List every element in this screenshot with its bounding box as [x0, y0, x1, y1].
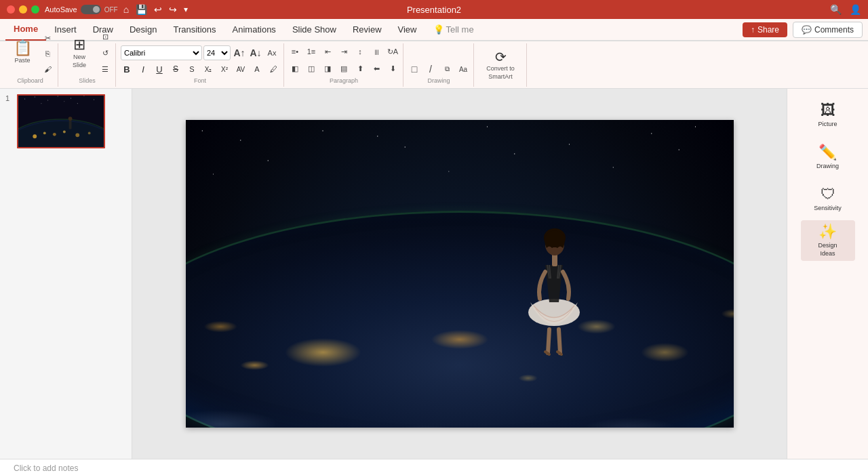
arrange-button[interactable]: ⧉: [439, 62, 454, 77]
svg-point-8: [41, 103, 41, 104]
svg-point-17: [75, 133, 79, 137]
drawing-panel-button[interactable]: ✏️ Drawing: [801, 136, 855, 177]
clear-format-button[interactable]: Ax: [264, 45, 279, 60]
align-right-button[interactable]: ◨: [320, 61, 335, 76]
tab-review[interactable]: Review: [344, 19, 390, 41]
design-ideas-panel-button[interactable]: ✨ DesignIdeas: [801, 220, 855, 261]
font-family-select[interactable]: Calibri: [121, 45, 202, 60]
align-bottom-button[interactable]: ⬇: [385, 61, 400, 76]
paste-button[interactable]: 📋 Paste: [5, 35, 39, 70]
underline-button[interactable]: U: [152, 62, 167, 76]
traffic-lights: [7, 5, 39, 14]
slide-thumbnail-1[interactable]: [17, 94, 105, 148]
svg-point-7: [94, 99, 94, 100]
new-slide-button[interactable]: ⊞ New Slide: [62, 35, 97, 70]
indent-more-button[interactable]: ⇥: [336, 44, 351, 59]
tab-view[interactable]: View: [390, 19, 425, 41]
right-panel: 🖼 Picture ✏️ Drawing 🛡 Sensitivity ✨ Des…: [787, 89, 868, 459]
autosave-state: OFF: [104, 6, 118, 14]
paste-group: 📋 Paste ✂ ⎘ 🖌 Clipboard: [3, 43, 58, 87]
shape-button[interactable]: □: [407, 62, 422, 77]
decrease-font-button[interactable]: A↓: [248, 45, 263, 60]
font-color-button[interactable]: A: [250, 62, 264, 76]
svg-point-13: [33, 134, 37, 138]
ribbon: Home Insert Draw Design Transitions Anim…: [0, 19, 868, 41]
numbering-button[interactable]: 1≡: [304, 44, 319, 59]
char-spacing-button[interactable]: AV: [233, 62, 248, 76]
main-area: 1: [0, 89, 868, 459]
sensitivity-panel-icon: 🛡: [821, 186, 835, 203]
tab-tell-me[interactable]: 💡 Tell me: [425, 19, 482, 41]
strikethrough-button[interactable]: S: [168, 62, 183, 76]
figure: [524, 224, 585, 360]
autosave-area: AutoSave OFF: [45, 5, 118, 14]
tab-transitions[interactable]: Transitions: [165, 19, 224, 41]
cut-button[interactable]: ✂: [40, 30, 55, 45]
layout-button[interactable]: ⊡: [98, 29, 113, 44]
ribbon-toolbar: 📋 Paste ✂ ⎘ 🖌 Clipboard ⊞ New Slide: [0, 41, 868, 89]
svg-point-21: [68, 117, 73, 121]
minimize-button[interactable]: [19, 5, 27, 14]
bold-button[interactable]: B: [119, 62, 134, 76]
shadow-button[interactable]: S: [184, 62, 199, 76]
search-icon[interactable]: 🔍: [830, 4, 842, 15]
subscript-button[interactable]: X₂: [201, 62, 216, 76]
drawing-group-label: Drawing: [427, 77, 450, 84]
italic-button[interactable]: I: [136, 62, 151, 76]
reset-button[interactable]: ↺: [98, 45, 113, 60]
tab-design[interactable]: Design: [121, 19, 165, 41]
drawing-panel-icon: ✏️: [818, 144, 837, 161]
smartart-icon: ⟳: [495, 50, 507, 64]
highlight-button[interactable]: 🖊: [266, 62, 281, 76]
account-icon[interactable]: 👤: [850, 4, 861, 15]
title-bar: AutoSave OFF ⌂ 💾 ↩ ↪ ▾ Presentation2 🔍 👤: [0, 0, 868, 19]
svg-point-16: [63, 131, 66, 133]
font-size-select[interactable]: 24: [203, 45, 231, 60]
slides-group-label: Slides: [79, 77, 96, 84]
format-painter-button[interactable]: 🖌: [40, 62, 55, 77]
redo-icon[interactable]: ↪: [169, 4, 177, 15]
sensitivity-panel-button[interactable]: 🛡 Sensitivity: [801, 178, 855, 219]
slide-panel: 1: [0, 89, 132, 459]
line-spacing-button[interactable]: ↕: [353, 44, 368, 59]
copy-button[interactable]: ⎘: [40, 46, 55, 61]
comments-button[interactable]: 💬 Comments: [793, 22, 863, 38]
indent-less-button[interactable]: ⇤: [320, 44, 335, 59]
quickstyles-button[interactable]: Aa: [456, 62, 471, 77]
superscript-button[interactable]: X²: [217, 62, 232, 76]
svg-point-9: [64, 101, 64, 102]
share-button[interactable]: ↑ Share: [743, 22, 787, 37]
svg-point-2: [35, 97, 35, 98]
align-center-button[interactable]: ◫: [304, 61, 319, 76]
justify-button[interactable]: ▤: [336, 61, 351, 76]
title-bar-right: 🔍 👤: [830, 4, 861, 15]
align-left-button[interactable]: ◧: [288, 61, 302, 76]
autosave-toggle[interactable]: [81, 5, 101, 14]
earth-curve: [186, 211, 734, 428]
save-icon[interactable]: 💾: [136, 4, 147, 15]
increase-font-button[interactable]: A↑: [232, 45, 247, 60]
align-middle-button[interactable]: ⬅: [369, 61, 384, 76]
tab-animations[interactable]: Animations: [224, 19, 284, 41]
more-icon[interactable]: ▾: [184, 5, 188, 14]
bullets-button[interactable]: ≡•: [288, 44, 302, 59]
text-direction-button[interactable]: ↻A: [385, 44, 400, 59]
home-icon[interactable]: ⌂: [123, 4, 129, 15]
svg-point-10: [77, 103, 78, 104]
picture-panel-button[interactable]: 🖼 Picture: [801, 94, 855, 135]
new-slide-icon: ⊞: [73, 37, 85, 52]
convert-smartart-button[interactable]: ⟳ Convert toSmartArt: [477, 48, 524, 83]
paste-icon: 📋: [14, 41, 32, 56]
tab-slideshow[interactable]: Slide Show: [284, 19, 344, 41]
columns-button[interactable]: ⫼: [369, 44, 384, 59]
maximize-button[interactable]: [31, 5, 39, 14]
section-button[interactable]: ☰: [98, 62, 113, 77]
slide-background: [186, 120, 734, 428]
align-top-button[interactable]: ⬆: [353, 61, 368, 76]
notes-bar[interactable]: Click to add notes: [0, 459, 868, 473]
slide-canvas[interactable]: [186, 120, 734, 428]
close-button[interactable]: [7, 5, 15, 14]
picture-panel-icon: 🖼: [821, 102, 835, 119]
line-button[interactable]: /: [423, 62, 438, 77]
undo-icon[interactable]: ↩: [154, 4, 162, 15]
